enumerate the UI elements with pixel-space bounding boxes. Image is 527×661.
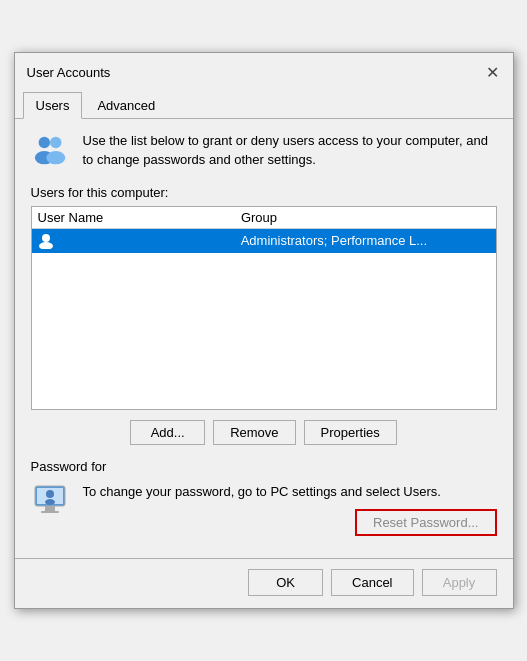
tab-advanced[interactable]: Advanced [84, 92, 168, 119]
svg-rect-9 [41, 511, 59, 513]
reset-password-button[interactable]: Reset Password... [355, 509, 497, 536]
col-header-group: Group [241, 210, 490, 225]
tab-bar: Users Advanced [15, 87, 513, 119]
row-group: Administrators; Performance L... [241, 233, 492, 248]
svg-point-10 [46, 490, 54, 498]
add-button[interactable]: Add... [130, 420, 205, 445]
user-accounts-dialog: User Accounts ✕ Users Advanced Use the l… [14, 52, 514, 610]
users-table: User Name Group Administrators; Performa… [31, 206, 497, 410]
remove-button[interactable]: Remove [213, 420, 295, 445]
svg-point-0 [38, 136, 49, 147]
svg-point-11 [45, 499, 55, 505]
password-section: Password for To change your pa [31, 459, 497, 537]
users-section-label: Users for this computer: [31, 185, 497, 200]
svg-point-3 [46, 151, 65, 164]
password-text: To change your password, go to PC settin… [83, 484, 441, 499]
bottom-buttons: OK Cancel Apply [15, 569, 513, 608]
action-buttons: Add... Remove Properties [31, 420, 497, 445]
ok-button[interactable]: OK [248, 569, 323, 596]
svg-rect-8 [45, 506, 55, 511]
main-content: Use the list below to grant or deny user… [15, 119, 513, 559]
pc-icon [31, 482, 71, 522]
table-row[interactable]: Administrators; Performance L... [32, 229, 496, 253]
password-text-area: To change your password, go to PC settin… [83, 482, 497, 537]
properties-button[interactable]: Properties [304, 420, 397, 445]
users-icon [31, 131, 71, 171]
apply-button[interactable]: Apply [422, 569, 497, 596]
cancel-button[interactable]: Cancel [331, 569, 413, 596]
table-header: User Name Group [32, 207, 496, 229]
col-header-username: User Name [38, 210, 241, 225]
svg-point-2 [50, 136, 61, 147]
bottom-divider [15, 558, 513, 559]
row-user-icon [36, 231, 56, 251]
close-button[interactable]: ✕ [481, 61, 505, 85]
svg-point-4 [42, 234, 50, 242]
info-text: Use the list below to grant or deny user… [83, 131, 497, 170]
dialog-title: User Accounts [27, 65, 111, 80]
title-bar: User Accounts ✕ [15, 53, 513, 85]
password-info-row: To change your password, go to PC settin… [31, 482, 497, 537]
info-row: Use the list below to grant or deny user… [31, 131, 497, 171]
tab-users[interactable]: Users [23, 92, 83, 119]
table-body[interactable]: Administrators; Performance L... [32, 229, 496, 409]
svg-point-5 [39, 242, 53, 249]
password-label: Password for [31, 459, 497, 474]
